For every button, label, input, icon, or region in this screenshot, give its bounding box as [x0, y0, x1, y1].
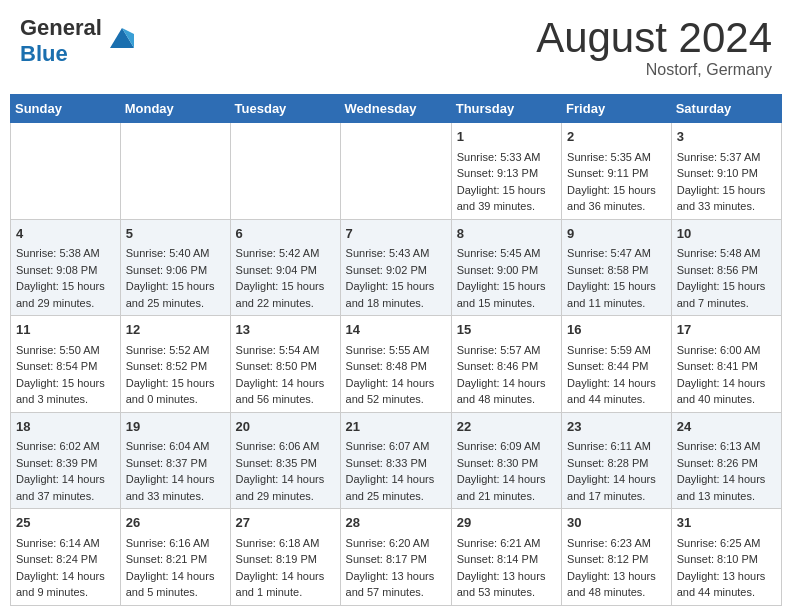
day-number: 27: [236, 513, 335, 533]
header-row: Sunday Monday Tuesday Wednesday Thursday…: [11, 95, 782, 123]
calendar-cell: 17Sunrise: 6:00 AMSunset: 8:41 PMDayligh…: [671, 316, 781, 413]
day-number: 8: [457, 224, 556, 244]
daylight: Daylight: 14 hours and 37 minutes.: [16, 473, 105, 502]
daylight: Daylight: 14 hours and 25 minutes.: [346, 473, 435, 502]
day-number: 10: [677, 224, 776, 244]
sunset: Sunset: 8:56 PM: [677, 264, 758, 276]
sunset: Sunset: 8:33 PM: [346, 457, 427, 469]
calendar-cell: 3Sunrise: 5:37 AMSunset: 9:10 PMDaylight…: [671, 123, 781, 220]
sunset: Sunset: 8:46 PM: [457, 360, 538, 372]
month-title: August 2024: [536, 15, 772, 61]
sunset: Sunset: 8:50 PM: [236, 360, 317, 372]
logo-blue: Blue: [20, 41, 102, 67]
col-monday: Monday: [120, 95, 230, 123]
sunrise: Sunrise: 5:59 AM: [567, 344, 651, 356]
sunrise: Sunrise: 5:50 AM: [16, 344, 100, 356]
calendar-cell: [120, 123, 230, 220]
sunset: Sunset: 8:19 PM: [236, 553, 317, 565]
sunset: Sunset: 9:11 PM: [567, 167, 648, 179]
day-number: 19: [126, 417, 225, 437]
daylight: Daylight: 14 hours and 29 minutes.: [236, 473, 325, 502]
daylight: Daylight: 13 hours and 44 minutes.: [677, 570, 766, 599]
day-number: 30: [567, 513, 666, 533]
calendar-cell: 14Sunrise: 5:55 AMSunset: 8:48 PMDayligh…: [340, 316, 451, 413]
day-number: 23: [567, 417, 666, 437]
daylight: Daylight: 15 hours and 33 minutes.: [677, 184, 766, 213]
day-number: 25: [16, 513, 115, 533]
daylight: Daylight: 15 hours and 29 minutes.: [16, 280, 105, 309]
sunset: Sunset: 8:10 PM: [677, 553, 758, 565]
daylight: Daylight: 14 hours and 1 minute.: [236, 570, 325, 599]
sunset: Sunset: 8:28 PM: [567, 457, 648, 469]
calendar-cell: 25Sunrise: 6:14 AMSunset: 8:24 PMDayligh…: [11, 509, 121, 606]
sunrise: Sunrise: 6:18 AM: [236, 537, 320, 549]
sunrise: Sunrise: 6:04 AM: [126, 440, 210, 452]
sunset: Sunset: 8:26 PM: [677, 457, 758, 469]
sunset: Sunset: 8:14 PM: [457, 553, 538, 565]
logo: General Blue: [20, 15, 139, 67]
col-saturday: Saturday: [671, 95, 781, 123]
day-number: 16: [567, 320, 666, 340]
daylight: Daylight: 14 hours and 9 minutes.: [16, 570, 105, 599]
logo-icon: [105, 20, 139, 54]
sunrise: Sunrise: 5:54 AM: [236, 344, 320, 356]
title-block: August 2024 Nostorf, Germany: [536, 15, 772, 79]
day-number: 3: [677, 127, 776, 147]
daylight: Daylight: 15 hours and 0 minutes.: [126, 377, 215, 406]
sunrise: Sunrise: 5:38 AM: [16, 247, 100, 259]
day-number: 7: [346, 224, 446, 244]
day-number: 2: [567, 127, 666, 147]
sunrise: Sunrise: 6:07 AM: [346, 440, 430, 452]
sunrise: Sunrise: 6:14 AM: [16, 537, 100, 549]
sunrise: Sunrise: 6:13 AM: [677, 440, 761, 452]
calendar-cell: 23Sunrise: 6:11 AMSunset: 8:28 PMDayligh…: [562, 412, 672, 509]
sunset: Sunset: 9:10 PM: [677, 167, 758, 179]
daylight: Daylight: 15 hours and 39 minutes.: [457, 184, 546, 213]
daylight: Daylight: 14 hours and 13 minutes.: [677, 473, 766, 502]
sunset: Sunset: 8:30 PM: [457, 457, 538, 469]
day-number: 31: [677, 513, 776, 533]
day-number: 21: [346, 417, 446, 437]
daylight: Daylight: 14 hours and 5 minutes.: [126, 570, 215, 599]
day-number: 5: [126, 224, 225, 244]
day-number: 28: [346, 513, 446, 533]
col-friday: Friday: [562, 95, 672, 123]
sunrise: Sunrise: 5:42 AM: [236, 247, 320, 259]
sunrise: Sunrise: 5:35 AM: [567, 151, 651, 163]
day-number: 15: [457, 320, 556, 340]
calendar-table: Sunday Monday Tuesday Wednesday Thursday…: [10, 94, 782, 606]
sunrise: Sunrise: 5:37 AM: [677, 151, 761, 163]
daylight: Daylight: 14 hours and 52 minutes.: [346, 377, 435, 406]
calendar-cell: 15Sunrise: 5:57 AMSunset: 8:46 PMDayligh…: [451, 316, 561, 413]
daylight: Daylight: 13 hours and 53 minutes.: [457, 570, 546, 599]
sunset: Sunset: 9:04 PM: [236, 264, 317, 276]
day-number: 6: [236, 224, 335, 244]
day-number: 29: [457, 513, 556, 533]
sunset: Sunset: 9:00 PM: [457, 264, 538, 276]
sunset: Sunset: 8:41 PM: [677, 360, 758, 372]
daylight: Daylight: 14 hours and 33 minutes.: [126, 473, 215, 502]
calendar-cell: [230, 123, 340, 220]
sunset: Sunset: 8:58 PM: [567, 264, 648, 276]
calendar-cell: 6Sunrise: 5:42 AMSunset: 9:04 PMDaylight…: [230, 219, 340, 316]
sunrise: Sunrise: 5:40 AM: [126, 247, 210, 259]
calendar-cell: 7Sunrise: 5:43 AMSunset: 9:02 PMDaylight…: [340, 219, 451, 316]
day-number: 13: [236, 320, 335, 340]
sunrise: Sunrise: 5:47 AM: [567, 247, 651, 259]
calendar-cell: 12Sunrise: 5:52 AMSunset: 8:52 PMDayligh…: [120, 316, 230, 413]
col-sunday: Sunday: [11, 95, 121, 123]
daylight: Daylight: 14 hours and 56 minutes.: [236, 377, 325, 406]
day-number: 22: [457, 417, 556, 437]
sunrise: Sunrise: 6:02 AM: [16, 440, 100, 452]
sunrise: Sunrise: 6:09 AM: [457, 440, 541, 452]
calendar-cell: 4Sunrise: 5:38 AMSunset: 9:08 PMDaylight…: [11, 219, 121, 316]
sunrise: Sunrise: 6:00 AM: [677, 344, 761, 356]
sunrise: Sunrise: 6:06 AM: [236, 440, 320, 452]
daylight: Daylight: 13 hours and 48 minutes.: [567, 570, 656, 599]
sunrise: Sunrise: 6:21 AM: [457, 537, 541, 549]
daylight: Daylight: 15 hours and 18 minutes.: [346, 280, 435, 309]
day-number: 4: [16, 224, 115, 244]
daylight: Daylight: 14 hours and 44 minutes.: [567, 377, 656, 406]
daylight: Daylight: 15 hours and 3 minutes.: [16, 377, 105, 406]
daylight: Daylight: 15 hours and 25 minutes.: [126, 280, 215, 309]
